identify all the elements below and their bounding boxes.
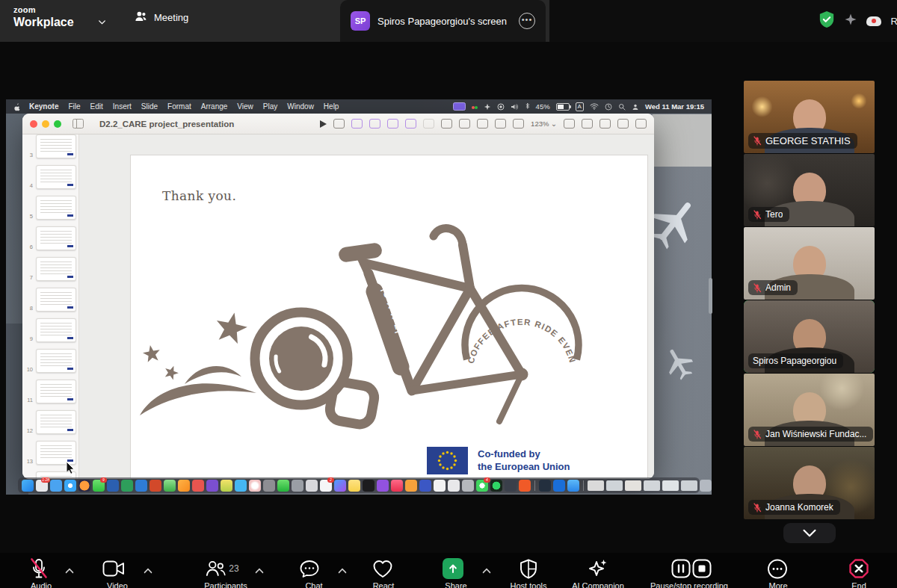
zoom-window-button[interactable] [54, 120, 61, 128]
dock-app-icon[interactable] [306, 480, 318, 492]
dock-app-icon[interactable] [292, 480, 303, 492]
dock-app-icon[interactable] [277, 480, 289, 492]
video-tile-joanna[interactable]: Joanna Komorek [744, 447, 875, 519]
menu-item[interactable]: Slide [141, 102, 158, 111]
dock-app-icon[interactable] [606, 480, 623, 491]
dock-app-icon[interactable]: 1:28 [36, 480, 48, 492]
dock-app-icon[interactable] [405, 480, 417, 492]
share-options-chevron[interactable] [483, 563, 491, 577]
dock-app-icon[interactable] [377, 480, 389, 492]
slide-thumbnail[interactable] [36, 196, 76, 220]
keynote-toolbar-icon[interactable] [495, 119, 506, 129]
keynote-toolbar-icon[interactable] [369, 119, 380, 129]
dock-app-icon[interactable]: 4 [476, 480, 488, 492]
dock-app-icon[interactable] [539, 480, 551, 492]
dock-app-icon[interactable] [588, 480, 604, 491]
security-shield-icon[interactable] [819, 10, 835, 31]
menu-item[interactable]: Edit [90, 102, 103, 111]
menu-item[interactable]: Format [167, 102, 191, 111]
slide-thumbnail[interactable] [36, 257, 76, 281]
slide-thumbnail[interactable] [36, 226, 76, 250]
dock-app-icon[interactable] [64, 480, 76, 492]
slide-thumbnail[interactable] [36, 380, 76, 403]
menu-item[interactable]: Help [324, 102, 339, 111]
pause-recording-button[interactable] [671, 559, 691, 578]
keynote-toolbar-icon[interactable] [617, 119, 629, 129]
slide-thumbnail[interactable] [36, 410, 76, 434]
keynote-toolbar-icon[interactable] [351, 119, 363, 129]
menu-item[interactable]: File [68, 102, 80, 111]
participants-button[interactable]: 23 [205, 560, 238, 578]
video-button[interactable] [102, 560, 125, 577]
video-options-chevron[interactable] [144, 563, 152, 577]
chat-options-chevron[interactable] [339, 563, 347, 577]
keynote-toolbar-icon[interactable] [564, 119, 575, 129]
dock-app-icon[interactable] [644, 480, 660, 491]
stats-icon[interactable] [472, 102, 478, 111]
dock-app-icon[interactable] [348, 480, 360, 492]
dock-app-icon[interactable] [391, 480, 403, 492]
video-tile-admin[interactable]: Admin [744, 227, 875, 300]
participants-options-chevron[interactable] [256, 563, 264, 577]
dock-app-icon[interactable] [434, 480, 446, 492]
video-tile-tero[interactable]: Tero [744, 154, 875, 226]
volume-icon[interactable] [511, 103, 519, 111]
slide-thumbnail-row[interactable]: 10 [25, 349, 78, 373]
dock-app-icon[interactable] [192, 480, 204, 492]
dock-app-icon[interactable] [263, 480, 275, 492]
tab-options-icon[interactable]: ••• [519, 13, 535, 29]
dock-app-icon[interactable] [700, 480, 712, 492]
react-button[interactable] [372, 560, 393, 578]
slide-thumbnail-row[interactable]: 11 [25, 380, 78, 403]
dock-app-icon[interactable] [334, 480, 346, 492]
dock-app-icon[interactable] [164, 480, 176, 492]
sparkle-icon[interactable] [484, 103, 491, 111]
menu-item[interactable]: Keynote [29, 102, 58, 111]
screen-sharing-icon[interactable] [453, 102, 466, 111]
share-button[interactable] [443, 558, 463, 579]
clock-icon[interactable] [605, 103, 612, 111]
video-tile-george[interactable]: GEORGE STATHIS [744, 81, 875, 153]
video-tile-jan[interactable]: Jan Wiśniewski Fundac... [744, 374, 875, 446]
menu-clock[interactable]: Wed 11 Mar 19:15 [645, 102, 704, 111]
dock-app-icon[interactable] [206, 480, 218, 492]
keynote-toolbar-icon[interactable] [405, 119, 416, 129]
keynote-toolbar-icon[interactable] [333, 119, 345, 129]
dock-app-icon[interactable] [505, 480, 517, 492]
dock-app-icon[interactable] [50, 480, 62, 492]
audio-options-chevron[interactable] [66, 563, 74, 577]
slide-thumbnail-row[interactable]: 9 [25, 318, 78, 342]
menu-item[interactable]: Window [287, 102, 314, 111]
current-slide[interactable]: Thank you. [130, 155, 648, 479]
dock-app-icon[interactable] [150, 480, 161, 492]
end-button[interactable] [848, 558, 869, 579]
menu-item[interactable]: View [237, 102, 253, 111]
play-presentation-button[interactable] [320, 120, 327, 128]
menu-item[interactable]: Arrange [201, 102, 228, 111]
keynote-toolbar-icon[interactable] [599, 119, 611, 129]
dock-app-icon[interactable] [448, 480, 460, 492]
slide-thumbnail-row[interactable]: 5 [25, 196, 78, 220]
sidebar-toggle-icon[interactable] [73, 119, 84, 129]
keynote-toolbar-icon[interactable] [582, 119, 593, 129]
more-button[interactable] [768, 559, 788, 579]
input-source-icon[interactable]: A [576, 102, 584, 111]
recording-indicator-icon[interactable] [866, 16, 881, 26]
dock-app-icon[interactable] [135, 480, 147, 492]
slide-thumbnail-row[interactable]: 4 [25, 165, 78, 189]
wifi-icon[interactable] [590, 103, 599, 110]
dock-app-icon[interactable] [235, 480, 247, 492]
dock-app-icon[interactable] [583, 480, 584, 491]
dock-app-icon[interactable]: 9 [93, 480, 105, 492]
more-participants-button[interactable] [783, 523, 836, 543]
keynote-toolbar-icon[interactable] [477, 119, 488, 129]
dock-app-icon[interactable]: 2 [320, 480, 332, 492]
apple-logo-icon[interactable] [13, 102, 21, 111]
zoom-level-select[interactable]: 123% ⌄ [531, 120, 557, 128]
dock-app-icon[interactable] [567, 480, 579, 492]
user-icon[interactable] [632, 103, 639, 111]
keynote-toolbar-icon[interactable] [423, 119, 434, 129]
dock-app-icon[interactable] [22, 480, 34, 492]
keynote-toolbar-icon[interactable] [441, 119, 452, 129]
slide-thumbnail[interactable] [36, 318, 76, 342]
